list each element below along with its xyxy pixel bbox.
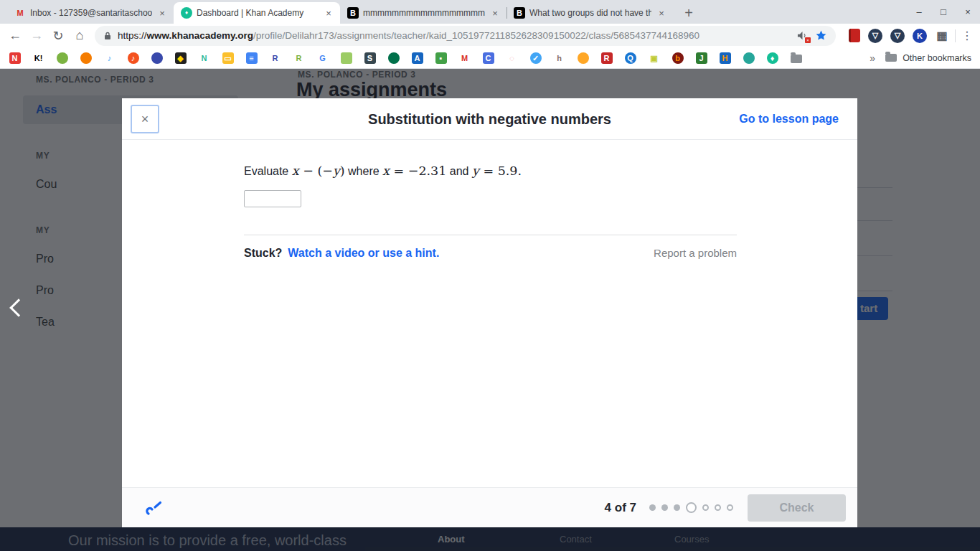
tab-close-icon[interactable]: × — [656, 8, 667, 19]
bookmark[interactable]: G — [316, 52, 329, 64]
browser-tab[interactable]: ♦ Dashboard | Khan Academy × — [174, 2, 340, 24]
diamond-bookmark-icon: ◆ — [175, 52, 187, 64]
bookmark[interactable] — [387, 52, 400, 64]
address-bar[interactable]: https://www.khanacademy.org/profile/Deli… — [95, 26, 836, 46]
r-green-bookmark-icon: R — [293, 52, 305, 64]
stuck-label: Stuck? — [244, 247, 282, 260]
bookmark[interactable]: b — [672, 52, 684, 64]
bookmark[interactable]: ♦ — [766, 52, 778, 64]
tab-audio-muted-icon[interactable]: × — [797, 30, 808, 41]
answer-input[interactable] — [244, 190, 301, 207]
bookmark[interactable]: M — [458, 52, 471, 64]
brainpop-bookmark-icon: b — [672, 52, 684, 64]
bookmark[interactable]: R — [269, 52, 281, 64]
close-modal-button[interactable]: × — [131, 105, 159, 133]
progress-dot — [727, 504, 733, 511]
back-button[interactable]: ← — [4, 26, 26, 46]
bookmark[interactable]: ♪ — [103, 52, 116, 64]
bookmark[interactable]: N — [9, 52, 21, 64]
q-bookmark-icon: Q — [625, 52, 636, 64]
tab-close-icon[interactable]: × — [323, 8, 334, 19]
bookmark[interactable] — [56, 52, 68, 64]
browser-menu-icon[interactable]: ⋮ — [958, 29, 976, 42]
r-blue-bookmark-icon: R — [270, 52, 281, 64]
bookmark[interactable]: R — [293, 52, 305, 64]
bookmark[interactable]: ▣ — [648, 52, 660, 64]
other-bookmarks-folder-icon — [885, 54, 897, 62]
bookmark[interactable]: ≡ — [245, 52, 258, 64]
bookmark[interactable]: H — [719, 52, 731, 64]
forward-button[interactable]: → — [26, 26, 47, 46]
classroom-bookmark-icon: ▪ — [435, 52, 447, 64]
bookmark[interactable]: ✓ — [529, 52, 542, 64]
bookmark-star-icon[interactable] — [815, 29, 827, 42]
home-button[interactable]: ⌂ — [69, 26, 90, 46]
bookmark[interactable]: Q — [624, 52, 636, 64]
bookmark[interactable]: ◌ — [506, 52, 518, 64]
grid-extension-icon[interactable]: ▦ — [935, 29, 949, 43]
bookmark[interactable]: C — [482, 52, 494, 64]
bookmark[interactable]: ♪ — [127, 52, 139, 64]
shield-extension-icon[interactable]: ▽ — [890, 29, 905, 43]
bookmark[interactable]: ▪ — [435, 52, 447, 64]
khan-academy-favicon: ♦ — [181, 7, 192, 19]
flame-bookmark-icon — [80, 52, 92, 64]
scratchpad-scribble-icon[interactable] — [145, 499, 164, 517]
question-segment: x — [292, 164, 299, 178]
question-segment: ) — [340, 164, 345, 178]
bookmark[interactable]: R — [600, 52, 613, 64]
browser-tab[interactable]: M Inbox - 127359@santaritaschoo × — [7, 2, 174, 24]
bookmark[interactable] — [790, 52, 802, 64]
gmail-favicon: M — [14, 7, 26, 19]
exercise-modal: × Substitution with negative numbers Go … — [122, 98, 857, 527]
question-segment: Evaluate — [244, 165, 292, 177]
minimize-button[interactable]: – — [907, 6, 931, 17]
hint-link[interactable]: Watch a video or use a hint. — [288, 247, 439, 260]
progress-dots — [649, 502, 733, 513]
bookmark[interactable]: h — [553, 52, 565, 64]
bookmark[interactable]: ◆ — [174, 52, 187, 64]
robot-bookmark-icon — [341, 52, 352, 64]
browser-tab[interactable]: B mmmmmmmmmmmmmmmmmmmmmm × — [340, 2, 507, 24]
browser-tab[interactable]: B What two groups did not have th × — [507, 2, 673, 24]
tabs: M Inbox - 127359@santaritaschoo × ♦ Dash… — [7, 2, 673, 24]
book-s-bookmark-icon: S — [364, 52, 376, 64]
bookmark[interactable]: S — [364, 52, 376, 64]
bookmark[interactable] — [151, 52, 163, 64]
question-segment: where — [345, 165, 382, 177]
other-bookmarks-label[interactable]: Other bookmarks — [903, 53, 971, 63]
muted-badge: × — [805, 37, 811, 43]
check-button[interactable]: Check — [748, 494, 846, 522]
new-tab-button[interactable]: + — [679, 3, 699, 23]
bookmark[interactable] — [340, 52, 352, 64]
bookmark[interactable]: N — [198, 52, 210, 64]
tab-close-icon[interactable]: × — [156, 8, 168, 19]
tab-close-icon[interactable]: × — [489, 8, 501, 19]
bookmark[interactable]: K! — [32, 52, 44, 64]
bookmark[interactable]: A — [411, 52, 423, 64]
reload-button[interactable]: ↻ — [47, 26, 69, 46]
bookmark[interactable]: ▭ — [222, 52, 234, 64]
report-problem-link[interactable]: Report a problem — [654, 247, 737, 259]
dictionary-extension-icon[interactable] — [849, 29, 860, 42]
gmail-bookmark-icon: M — [459, 52, 471, 64]
progress-dot — [661, 504, 668, 511]
bookmark[interactable] — [743, 52, 755, 64]
tab-title: Inbox - 127359@santaritaschoo — [30, 8, 152, 18]
google-bookmark-icon: G — [317, 52, 329, 64]
brainly-favicon: B — [514, 7, 525, 19]
go-to-lesson-link[interactable]: Go to lesson page — [739, 98, 839, 140]
check-circle-bookmark-icon: ✓ — [530, 52, 542, 64]
close-window-button[interactable]: × — [956, 6, 980, 17]
bookmark[interactable] — [80, 52, 92, 64]
question-divider — [244, 235, 737, 235]
bookmark[interactable]: J — [695, 52, 707, 64]
shield-extension-icon[interactable]: ▽ — [868, 29, 882, 43]
maximize-button[interactable]: □ — [931, 6, 956, 17]
bookmarks-overflow-chevron[interactable]: » — [870, 52, 875, 64]
extensions-row: ▽▽K▦ — [849, 29, 949, 43]
bookmark[interactable] — [577, 52, 589, 64]
tab-title: mmmmmmmmmmmmmmmmmmmmmm — [363, 8, 485, 18]
chat-bookmark-icon — [743, 52, 755, 64]
kami-extension-icon[interactable]: K — [913, 29, 927, 43]
